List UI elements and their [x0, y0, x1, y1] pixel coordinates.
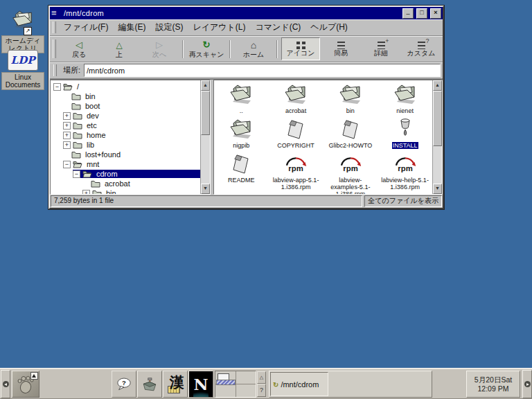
maximize-button[interactable] [416, 8, 427, 19]
menu-item[interactable]: レイアウト(L) [188, 20, 250, 35]
tree-row[interactable]: dev [51, 111, 200, 121]
window-menu-icon[interactable] [51, 9, 61, 17]
tree-row[interactable]: mnt [51, 159, 200, 169]
toolbar-button[interactable]: 再スキャン [187, 37, 226, 60]
file-item[interactable]: bin [323, 84, 378, 114]
icon-panel: .. acrobat [213, 80, 443, 195]
help-launcher-button[interactable] [112, 371, 136, 398]
scroll-up-button[interactable] [201, 80, 210, 91]
panel-hide-left-button[interactable] [1, 370, 10, 398]
desktop-icon-home-directory[interactable]: ホームディレクトリ [1, 10, 44, 53]
toolbar-button-icon [418, 42, 425, 49]
toolbar-button[interactable]: 戻る [60, 37, 98, 60]
close-button[interactable] [430, 8, 441, 19]
tree-expander[interactable] [63, 161, 71, 168]
file-icon [337, 118, 364, 141]
file-label: labview-examples-5.1-1.i386.rpm [324, 177, 377, 194]
toolbar-button[interactable]: ホーム [234, 37, 273, 60]
gnome-main-menu-button[interactable] [12, 371, 39, 398]
window-titlebar[interactable]: /mnt/cdrom [50, 7, 443, 19]
tree-scrollbar[interactable] [200, 80, 210, 194]
file-item[interactable]: labview-help-5.1-1.i386.rpm [378, 153, 432, 194]
netscape-launcher-button[interactable]: N [188, 371, 213, 398]
tree-expander[interactable] [63, 112, 71, 120]
minimize-button[interactable] [402, 8, 414, 19]
file-item[interactable]: README [214, 153, 269, 194]
desktop-icon-linux-documents[interactable]: LDP Linux Documents [1, 50, 44, 90]
panel-hide-right-button[interactable] [522, 370, 532, 398]
tree-expander[interactable] [63, 94, 69, 100]
tree-row[interactable]: home [51, 130, 200, 140]
tree-expander[interactable] [82, 181, 89, 187]
tree-folder-icon [63, 82, 73, 91]
file-icon [282, 118, 310, 141]
status-filter-text: 全てのファイルを表示 [364, 195, 442, 207]
pager-help-button[interactable] [257, 384, 266, 397]
toolbar-button[interactable]: アイコン [281, 37, 320, 60]
tree-folder-icon [73, 131, 82, 139]
tree-row[interactable]: bin [51, 188, 200, 194]
scroll-down-button[interactable] [433, 184, 442, 194]
menu-item[interactable]: ファイル(F) [59, 20, 113, 35]
tree-row[interactable]: / [51, 82, 200, 91]
toolbar-button[interactable]: カスタム [402, 37, 441, 60]
toolbar-button[interactable]: 簡易 [321, 37, 360, 60]
file-item[interactable]: INSTALL [378, 118, 432, 149]
scrollbar-thumb[interactable] [433, 91, 442, 146]
file-label: COPYRIGHT [276, 142, 315, 149]
tree-expander[interactable] [63, 132, 71, 139]
tree-row[interactable]: lib [51, 140, 200, 150]
file-icon [227, 84, 255, 106]
menu-item[interactable]: 設定(S) [150, 20, 188, 35]
tree-folder-icon [71, 92, 81, 100]
tree-expander[interactable] [63, 152, 69, 158]
file-item[interactable]: nienet [378, 84, 432, 114]
scrollbar-track[interactable] [201, 91, 210, 184]
toolbar-button-icon [378, 42, 385, 49]
toolbar-button[interactable]: 上 [100, 37, 139, 60]
scrollbar-thumb[interactable] [201, 91, 210, 135]
icon-panel-scrollbar[interactable] [432, 80, 442, 194]
tree-row[interactable]: boot [51, 101, 200, 111]
tree-expander[interactable] [73, 170, 80, 178]
tree-row[interactable]: acrobat [51, 179, 200, 188]
file-item[interactable]: Glibc2-HOWTO [323, 118, 378, 149]
tree-label: home [85, 131, 108, 139]
tree-row[interactable]: bin [51, 91, 200, 101]
tree-expander[interactable] [82, 190, 90, 195]
tree-folder-icon [73, 121, 82, 130]
toolbar-button-label: ホーム [243, 51, 264, 58]
tree-expander[interactable] [53, 83, 61, 91]
file-item[interactable]: labview-app-5.1-1.i386.rpm [269, 153, 323, 194]
menu-item[interactable]: ヘルプ(H) [305, 20, 353, 35]
toolbar-button [276, 40, 278, 58]
desktop-pager[interactable] [215, 371, 256, 398]
scroll-up-button[interactable] [433, 80, 442, 91]
file-item[interactable]: COPYRIGHT [269, 118, 323, 149]
file-item[interactable]: acrobat [269, 84, 323, 114]
tree-row[interactable]: lost+found [51, 150, 200, 159]
file-item[interactable]: nigpib [214, 118, 269, 149]
tree-row[interactable]: etc [51, 121, 200, 130]
locbar-grip[interactable] [53, 64, 57, 76]
tree-expander[interactable] [63, 103, 69, 109]
control-center-launcher-button[interactable] [137, 371, 162, 398]
menu-item[interactable]: コマンド(C) [251, 20, 306, 35]
kanji-input-launcher-button[interactable]: 漢 [163, 371, 188, 398]
tree-row[interactable]: cdrom [51, 169, 200, 179]
scrollbar-track[interactable] [433, 91, 442, 184]
file-item[interactable]: labview-examples-5.1-1.i386.rpm [323, 153, 378, 194]
location-input[interactable] [84, 64, 441, 77]
tree-expander[interactable] [63, 141, 71, 149]
tree-expander[interactable] [63, 122, 71, 130]
file-label: nienet [396, 107, 414, 114]
window-main-area: / bin [50, 79, 443, 195]
toolbar-button[interactable]: 詳細 [362, 37, 400, 60]
menubar-grip[interactable] [53, 21, 56, 33]
scroll-down-button[interactable] [201, 184, 210, 194]
tasklist-arrow-button[interactable] [257, 371, 266, 384]
menu-item[interactable]: 編集(E) [113, 20, 150, 35]
task-button-mnt-cdrom[interactable]: /mnt/cdrom [270, 372, 328, 396]
file-item[interactable]: .. [214, 84, 269, 114]
toolbar-grip[interactable] [53, 39, 56, 59]
